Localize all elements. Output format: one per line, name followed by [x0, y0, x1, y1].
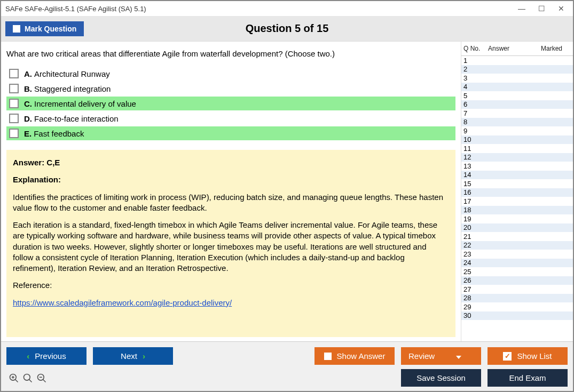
chevron-down-icon — [440, 351, 461, 361]
list-row[interactable]: 19 — [461, 214, 573, 223]
list-row-qno: 16 — [463, 188, 488, 196]
option-checkbox[interactable] — [9, 69, 19, 78]
option-letter: A. — [24, 69, 32, 78]
list-row[interactable]: 15 — [461, 179, 573, 188]
review-button[interactable]: Review — [401, 347, 481, 365]
list-header: Q No. Answer Marked — [461, 42, 573, 56]
list-row[interactable]: 8 — [461, 118, 573, 127]
list-row[interactable]: 6 — [461, 100, 573, 109]
option-row[interactable]: A. Architectural Runway — [6, 67, 455, 81]
list-row-qno: 2 — [463, 65, 488, 73]
list-row[interactable]: 30 — [461, 311, 573, 321]
list-row[interactable]: 1 — [461, 56, 573, 65]
mark-checkbox-icon — [13, 25, 20, 33]
list-row-qno: 20 — [463, 223, 488, 231]
chevron-left-icon: ‹ — [27, 351, 29, 361]
option-row[interactable]: E. Fast feedback — [6, 126, 455, 140]
list-row[interactable]: 4 — [461, 83, 573, 92]
option-row[interactable]: B. Staggered integration — [6, 82, 455, 95]
zoom-out-icon[interactable] — [36, 373, 47, 383]
list-body[interactable]: 1234567891011121314151617181920212223242… — [461, 56, 573, 341]
list-row-qno: 30 — [463, 311, 488, 319]
list-row[interactable]: 9 — [461, 126, 573, 135]
list-row-qno: 14 — [463, 171, 488, 179]
show-list-button[interactable]: ✓ Show List — [487, 347, 568, 365]
list-row[interactable]: 10 — [461, 135, 573, 145]
footer: ‹ Previous Next › Show Answer Review ✓ S… — [1, 341, 573, 391]
list-row-qno: 1 — [463, 57, 488, 65]
list-row-qno: 3 — [463, 74, 488, 82]
end-exam-label: End Exam — [509, 373, 546, 382]
list-row[interactable]: 26 — [461, 276, 573, 285]
list-row-qno: 9 — [463, 127, 488, 135]
list-row[interactable]: 3 — [461, 74, 573, 83]
header-bar: Mark Question Question 5 of 15 — [1, 16, 573, 42]
option-checkbox[interactable] — [9, 99, 19, 108]
mark-question-button[interactable]: Mark Question — [5, 21, 84, 36]
close-icon[interactable]: ✕ — [558, 4, 564, 13]
option-text: Face-to-face interaction — [34, 114, 119, 123]
list-row-qno: 5 — [463, 92, 488, 100]
list-row[interactable]: 5 — [461, 91, 573, 100]
list-row[interactable]: 25 — [461, 267, 573, 276]
list-row-qno: 8 — [463, 118, 488, 126]
list-row[interactable]: 24 — [461, 259, 573, 268]
reference-link[interactable]: https://www.scaledagileframework.com/agi… — [13, 298, 232, 307]
zoom-reset-icon[interactable] — [22, 373, 33, 383]
option-row[interactable]: C. Incremental delivery of value — [6, 97, 455, 110]
show-answer-checkbox-icon — [324, 353, 332, 360]
zoom-controls — [6, 373, 47, 383]
minimize-icon[interactable]: — — [518, 4, 525, 13]
list-row[interactable]: 11 — [461, 144, 573, 153]
list-row-qno: 13 — [463, 162, 488, 170]
question-list-panel: Q No. Answer Marked 12345678910111213141… — [461, 42, 573, 341]
maximize-icon[interactable]: ☐ — [538, 4, 545, 13]
list-row[interactable]: 2 — [461, 65, 573, 74]
window-controls: — ☐ ✕ — [518, 4, 569, 13]
svg-line-5 — [29, 379, 32, 382]
list-row[interactable]: 7 — [461, 109, 573, 118]
list-row-qno: 19 — [463, 215, 488, 223]
list-row[interactable]: 28 — [461, 294, 573, 303]
header-answer: Answer — [488, 45, 541, 52]
show-list-check-icon: ✓ — [503, 352, 512, 361]
review-label: Review — [408, 351, 435, 361]
list-row[interactable]: 18 — [461, 206, 573, 215]
list-row[interactable]: 22 — [461, 241, 573, 250]
list-row[interactable]: 29 — [461, 302, 573, 311]
show-answer-button[interactable]: Show Answer — [314, 347, 395, 365]
save-session-button[interactable]: Save Session — [401, 369, 481, 387]
option-checkbox[interactable] — [9, 129, 19, 138]
zoom-in-icon[interactable] — [9, 373, 19, 383]
list-row[interactable]: 20 — [461, 223, 573, 233]
list-row[interactable]: 14 — [461, 171, 573, 180]
list-row[interactable]: 17 — [461, 197, 573, 206]
save-session-label: Save Session — [416, 373, 466, 382]
list-row[interactable]: 21 — [461, 232, 573, 241]
option-checkbox[interactable] — [9, 114, 19, 123]
question-counter: Question 5 of 15 — [1, 22, 573, 35]
list-row-qno: 25 — [463, 268, 488, 276]
svg-line-1 — [15, 379, 18, 382]
mark-label: Mark Question — [25, 25, 76, 33]
explanation-p2: Each iteration is a standard, fixed-leng… — [13, 220, 449, 274]
list-row-qno: 7 — [463, 109, 488, 117]
list-row[interactable]: 13 — [461, 162, 573, 171]
option-row[interactable]: D. Face-to-face interaction — [6, 111, 455, 125]
list-row-qno: 17 — [463, 197, 488, 205]
list-row[interactable]: 23 — [461, 250, 573, 259]
list-row-qno: 6 — [463, 100, 488, 108]
list-row-qno: 15 — [463, 180, 488, 188]
list-row[interactable]: 16 — [461, 188, 573, 197]
app-window: SAFe SAFe-Agilist-5.1 (SAFe Agilist (SA)… — [0, 0, 574, 392]
svg-point-4 — [24, 374, 30, 380]
end-exam-button[interactable]: End Exam — [487, 369, 568, 387]
previous-button[interactable]: ‹ Previous — [6, 347, 87, 365]
list-row-qno: 27 — [463, 285, 488, 293]
list-row[interactable]: 12 — [461, 153, 573, 162]
header-marked: Marked — [541, 45, 571, 52]
options-list: A. Architectural RunwayB. Staggered inte… — [6, 67, 455, 140]
option-checkbox[interactable] — [9, 84, 19, 93]
list-row[interactable]: 27 — [461, 285, 573, 294]
next-button[interactable]: Next › — [93, 347, 173, 365]
